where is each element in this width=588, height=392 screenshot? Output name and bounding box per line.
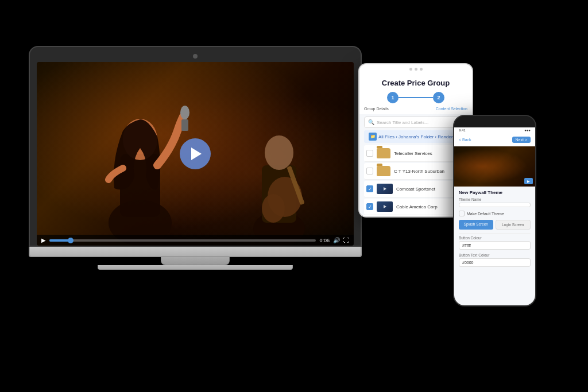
tablet-dot-2	[415, 68, 417, 71]
scene: ▶ 0:06 🔊 ⛶	[0, 0, 588, 392]
folder-icon-1	[377, 148, 390, 158]
list-item: C T Y13-North Suburban	[364, 163, 467, 180]
progress-bar[interactable]	[49, 239, 316, 242]
checkbox-3[interactable]: ✓	[366, 185, 373, 192]
list-item: ✓ Comcast Sportsnet	[364, 181, 467, 197]
folder-icon-2	[377, 166, 390, 176]
phone-next-button[interactable]: Next >	[512, 137, 531, 143]
video-controls: ▶ 0:06 🔊 ⛶	[37, 235, 354, 246]
fullscreen-button[interactable]: ⛶	[343, 237, 349, 243]
theme-name-label: Theme Name	[459, 197, 531, 201]
guitarist-figure	[227, 96, 331, 246]
default-theme-checkbox[interactable]	[459, 211, 465, 216]
phone-nav-header: < Back Next >	[454, 133, 535, 146]
laptop-camera	[193, 54, 198, 59]
tablet-header	[359, 64, 472, 74]
tablet-dot-1	[409, 68, 412, 71]
checkbox-1[interactable]	[366, 150, 373, 157]
video-thumb-1	[377, 184, 393, 194]
video-thumb-2	[377, 201, 393, 212]
play-pause-button[interactable]: ▶	[41, 237, 46, 243]
theme-name-group: Theme Name	[459, 197, 531, 207]
tablet-dot-3	[420, 68, 423, 71]
search-bar[interactable]: 🔍 Search Title and Labels...	[364, 117, 467, 128]
phone-video-light	[454, 146, 535, 187]
video-background: ▶ 0:06 🔊 ⛶	[37, 62, 354, 246]
list-item: ✓ Cable America Corp	[364, 199, 467, 215]
divider-1	[459, 233, 531, 234]
button-colour-label: Button Colour	[459, 236, 531, 240]
laptop-stand	[161, 257, 230, 265]
step-2-label: Content Selection	[436, 107, 467, 111]
laptop-foot	[98, 265, 293, 270]
step-connector	[399, 97, 433, 98]
phone-section-title: New Paywall Theme	[459, 190, 531, 195]
tablet-page-title: Create Price Group	[359, 74, 472, 90]
video-play-button[interactable]	[180, 138, 211, 169]
step-1-circle: 1	[387, 92, 399, 103]
phone: 9:41 ●●● < Back Next > ▶ New Paywall The…	[453, 115, 536, 306]
volume-icon[interactable]: 🔊	[333, 237, 340, 243]
breadcrumb-text: All Files › Johanna's Folder › Random	[378, 134, 455, 139]
phone-back-button[interactable]: < Back	[459, 138, 471, 142]
step-2-circle: 2	[433, 92, 444, 103]
phone-video-preview: ▶	[454, 146, 535, 187]
step-labels: Group Details Content Selection	[359, 107, 472, 114]
time-display: 0:06	[319, 238, 330, 243]
phone-content: < Back Next > ▶ New Paywall Theme Theme …	[454, 133, 535, 305]
checkbox-4[interactable]: ✓	[366, 203, 373, 210]
phone-notch-inner	[481, 118, 509, 126]
screen-selector-row: Splash Screen Login Screen	[459, 220, 531, 230]
svg-point-7	[265, 135, 293, 170]
button-text-colour-group: Button Text Colour #0000	[459, 253, 531, 267]
progress-thumb[interactable]	[68, 238, 74, 243]
phone-signal: ●●●	[524, 129, 531, 132]
laptop-screen: ▶ 0:06 🔊 ⛶	[37, 62, 354, 246]
stepper: 1 2	[359, 90, 472, 107]
phone-form-section: New Paywall Theme Theme Name Make Defaul…	[454, 187, 535, 273]
svg-rect-4	[181, 119, 188, 131]
video-thumb-play-icon	[384, 187, 386, 191]
button-text-colour-input[interactable]: #0000	[459, 258, 531, 267]
breadcrumb: 📁 All Files › Johanna's Folder › Random	[364, 130, 467, 143]
phone-video-label: ▶	[524, 178, 533, 184]
button-colour-input[interactable]: #ffffff	[459, 241, 531, 250]
step-1-label: Group Details	[364, 107, 389, 111]
login-screen-button[interactable]: Login Screen	[496, 220, 531, 230]
phone-time: 9:41	[459, 129, 466, 132]
default-theme-label: Make Default Theme	[467, 212, 504, 216]
folder-icon: 📁	[369, 133, 377, 141]
tablet-indicator-dots	[409, 68, 423, 71]
video-thumb-play-icon-2	[384, 205, 386, 208]
button-colour-group: Button Colour #ffffff	[459, 236, 531, 250]
checkbox-2[interactable]	[366, 168, 373, 174]
svg-point-9	[262, 194, 285, 223]
laptop-screen-wrapper: ▶ 0:06 🔊 ⛶	[29, 46, 362, 247]
splash-screen-button[interactable]: Splash Screen	[459, 220, 493, 230]
button-text-colour-label: Button Text Colour	[459, 253, 531, 257]
search-icon: 🔍	[368, 119, 374, 125]
laptop-base	[29, 247, 362, 257]
default-theme-row: Make Default Theme	[459, 211, 531, 216]
theme-name-input[interactable]	[459, 203, 531, 207]
list-item: Telecaller Services	[364, 145, 467, 162]
laptop: ▶ 0:06 🔊 ⛶	[29, 46, 362, 270]
search-placeholder-text: Search Title and Labels...	[377, 120, 428, 125]
svg-point-3	[180, 106, 189, 119]
phone-status-bar: 9:41 ●●●	[454, 127, 535, 133]
phone-notch	[454, 116, 535, 127]
